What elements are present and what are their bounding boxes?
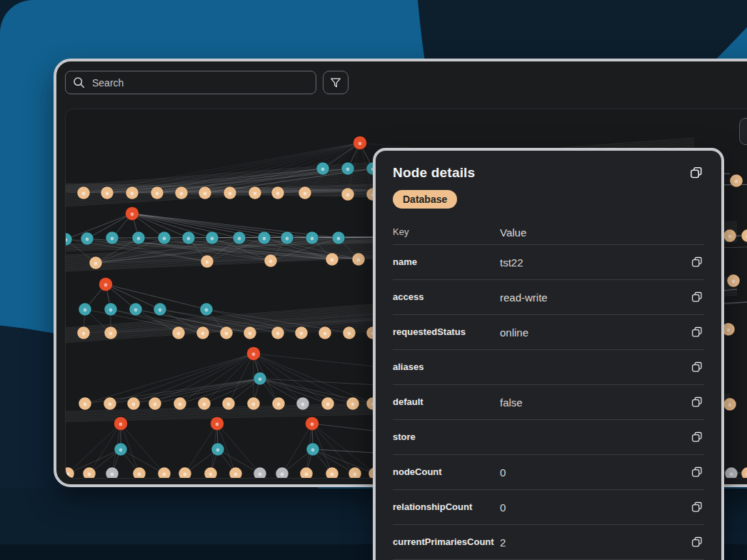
graph-node[interactable]: [196, 326, 209, 339]
graph-node[interactable]: [258, 231, 271, 244]
graph-node[interactable]: [264, 254, 277, 267]
graph-node[interactable]: [354, 136, 367, 150]
copy-all-button[interactable]: [688, 165, 704, 181]
copy-row-button[interactable]: [690, 255, 704, 269]
graph-node[interactable]: [276, 467, 289, 478]
copy-row-button[interactable]: [690, 290, 704, 304]
copy-row-button[interactable]: [690, 465, 704, 479]
graph-node[interactable]: [319, 326, 331, 339]
graph-node[interactable]: [104, 397, 116, 410]
graph-node[interactable]: [254, 467, 266, 478]
graph-node[interactable]: [343, 326, 356, 339]
copy-row-button[interactable]: [690, 395, 704, 409]
graph-node[interactable]: [295, 326, 308, 339]
graph-node[interactable]: [174, 397, 186, 410]
graph-node[interactable]: [346, 397, 359, 410]
graph-node[interactable]: [211, 417, 224, 431]
filter-button[interactable]: [323, 71, 349, 94]
graph-node[interactable]: [233, 231, 246, 244]
graph-node[interactable]: [83, 467, 96, 478]
graph-node[interactable]: [154, 303, 166, 316]
graph-node[interactable]: [352, 253, 365, 266]
graph-node[interactable]: [222, 397, 235, 410]
graph-node[interactable]: [271, 326, 284, 339]
graph-node[interactable]: [89, 256, 102, 269]
graph-node[interactable]: [77, 326, 90, 339]
graph-node[interactable]: [114, 417, 128, 431]
graph-node[interactable]: [172, 326, 185, 339]
graph-node[interactable]: [730, 174, 743, 187]
graph-node[interactable]: [101, 186, 114, 199]
graph-node[interactable]: [129, 303, 142, 316]
graph-node[interactable]: [149, 397, 161, 410]
graph-node[interactable]: [158, 467, 171, 478]
graph-node[interactable]: [211, 443, 224, 456]
graph-node[interactable]: [133, 467, 146, 478]
graph-node[interactable]: [104, 303, 117, 316]
graph-node[interactable]: [306, 443, 319, 456]
graph-node[interactable]: [104, 326, 117, 339]
search-field[interactable]: [65, 71, 316, 94]
graph-node[interactable]: [99, 278, 113, 291]
copy-row-button[interactable]: [690, 500, 704, 514]
graph-node[interactable]: [271, 186, 284, 199]
graph-node[interactable]: [723, 229, 736, 242]
graph-node[interactable]: [254, 372, 266, 385]
copy-row-button[interactable]: [690, 430, 704, 444]
graph-node[interactable]: [296, 397, 309, 410]
graph-node[interactable]: [81, 232, 94, 245]
graph-node[interactable]: [224, 186, 236, 199]
graph-node[interactable]: [158, 231, 171, 244]
graph-node[interactable]: [201, 255, 214, 268]
graph-node[interactable]: [220, 326, 233, 339]
graph-node[interactable]: [132, 231, 145, 244]
graph-node[interactable]: [741, 467, 747, 478]
graph-node[interactable]: [206, 231, 219, 244]
graph-node[interactable]: [326, 253, 339, 266]
graph-node[interactable]: [300, 467, 313, 478]
copy-row-button[interactable]: [690, 325, 704, 339]
graph-node[interactable]: [126, 207, 139, 221]
graph-node[interactable]: [306, 417, 319, 431]
graph-node[interactable]: [247, 397, 260, 410]
graph-node[interactable]: [114, 443, 127, 456]
graph-node[interactable]: [247, 347, 261, 361]
graph-node[interactable]: [175, 186, 188, 199]
copy-row-button[interactable]: [690, 535, 704, 549]
graph-node[interactable]: [106, 467, 119, 478]
graph-node[interactable]: [281, 231, 294, 244]
search-input[interactable]: [91, 76, 309, 89]
graph-node[interactable]: [151, 186, 164, 199]
graph-node[interactable]: [316, 162, 329, 175]
graph-node[interactable]: [326, 467, 339, 478]
graph-node[interactable]: [244, 326, 256, 339]
graph-node[interactable]: [727, 274, 740, 287]
graph-node[interactable]: [321, 397, 334, 410]
graph-node[interactable]: [198, 397, 211, 410]
graph-node[interactable]: [229, 467, 242, 478]
graph-node[interactable]: [179, 467, 191, 478]
graph-node[interactable]: [106, 231, 119, 244]
graph-node[interactable]: [725, 467, 738, 478]
graph-node[interactable]: [299, 186, 311, 199]
graph-node[interactable]: [332, 231, 345, 244]
graph-node[interactable]: [127, 397, 140, 410]
graph-node[interactable]: [723, 398, 736, 411]
graph-node[interactable]: [79, 303, 91, 316]
graph-node[interactable]: [349, 467, 361, 478]
graph-node[interactable]: [272, 397, 285, 410]
graph-node[interactable]: [341, 162, 354, 175]
graph-node[interactable]: [200, 303, 213, 316]
copy-row-button[interactable]: [690, 360, 704, 374]
graph-node[interactable]: [741, 229, 747, 242]
graph-node[interactable]: [77, 186, 90, 199]
graph-node[interactable]: [182, 231, 195, 244]
graph-node[interactable]: [79, 397, 91, 410]
graph-node[interactable]: [204, 467, 217, 478]
graph-node[interactable]: [199, 186, 211, 199]
canvas-control-button[interactable]: [739, 118, 747, 145]
graph-node[interactable]: [249, 186, 261, 199]
graph-node[interactable]: [126, 186, 139, 199]
graph-node[interactable]: [306, 231, 319, 244]
graph-node[interactable]: [341, 188, 354, 201]
